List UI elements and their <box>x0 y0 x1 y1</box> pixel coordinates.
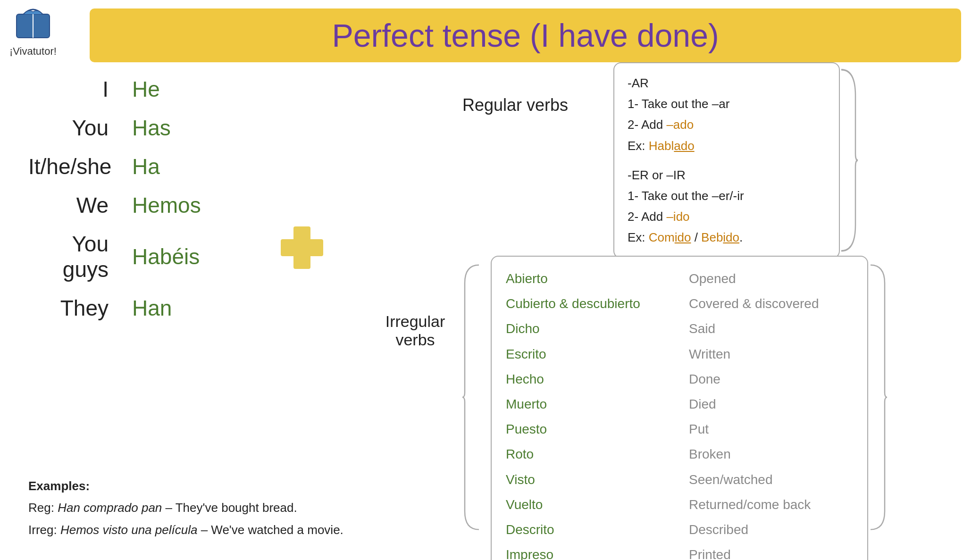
ar-step1: 1- Take out the –ar <box>628 93 826 114</box>
er-heading: -ER or –IR <box>628 165 826 185</box>
irregular-spanish-column: Abierto Cubierto & descubierto Dicho Esc… <box>506 266 670 560</box>
list-item: Said <box>689 316 853 341</box>
regular-verbs-box: -AR 1- Take out the –ar 2- Add –ado Ex: … <box>613 62 840 259</box>
pronoun-We: We <box>28 192 132 218</box>
verb-Han: Han <box>132 295 172 321</box>
ar-heading: -AR <box>628 73 826 93</box>
ar-step2: 2- Add –ado <box>628 114 826 135</box>
table-row: We Hemos <box>28 192 274 218</box>
list-item: Muerto <box>506 392 670 417</box>
list-item: Opened <box>689 266 853 291</box>
list-item: Broken <box>689 442 853 467</box>
pronoun-It-he-she: It/he/she <box>28 154 132 179</box>
list-item: Seen/watched <box>689 467 853 492</box>
plus-symbol <box>281 226 323 269</box>
list-item: Written <box>689 342 853 367</box>
er-step2: 2- Add –ido <box>628 206 826 227</box>
examples-section: Examples: Reg: Han comprado pan – They'v… <box>28 475 343 541</box>
list-item: Impreso <box>506 542 670 560</box>
table-row: I He <box>28 76 274 102</box>
examples-heading: Examples: <box>28 475 343 497</box>
list-item: Cubierto & descubierto <box>506 291 670 316</box>
main-content: I He You Has It/he/she Ha We Hemos You g… <box>0 76 980 501</box>
irregular-verbs-label: Irregularverbs <box>368 256 462 349</box>
list-item: Described <box>689 517 853 542</box>
verb-He: He <box>132 76 160 102</box>
regular-brace-icon <box>839 63 858 258</box>
list-item: Abierto <box>506 266 670 291</box>
irregular-brace-right-icon <box>868 260 887 534</box>
verb-Ha: Ha <box>132 154 160 179</box>
pronoun-I: I <box>28 76 132 102</box>
irregular-section: Irregularverbs Abierto Cubierto & descub… <box>368 256 980 560</box>
conjugation-section: I He You Has It/he/she Ha We Hemos You g… <box>28 76 274 501</box>
list-item: Roto <box>506 442 670 467</box>
vivatutor-logo-icon <box>12 5 54 42</box>
header-banner: Perfect tense (I have done) <box>90 8 961 62</box>
list-item: Vuelto <box>506 492 670 517</box>
list-item: Printed <box>689 542 853 560</box>
list-item: Died <box>689 392 853 417</box>
page-title: Perfect tense (I have done) <box>109 17 942 54</box>
regular-verbs-label: Regular verbs <box>462 95 568 115</box>
regular-example: Reg: Han comprado pan – They've bought b… <box>28 497 343 519</box>
ar-example: Ex: Hablado <box>628 135 826 156</box>
table-row: You Has <box>28 115 274 141</box>
list-item: Puesto <box>506 417 670 442</box>
irregular-brace-left-icon <box>462 260 481 534</box>
list-item: Visto <box>506 467 670 492</box>
pronoun-They: They <box>28 295 132 321</box>
table-row: They Han <box>28 295 274 321</box>
list-item: Done <box>689 367 853 392</box>
list-item: Escrito <box>506 342 670 367</box>
table-row: It/he/she Ha <box>28 154 274 179</box>
verb-Has: Has <box>132 115 171 141</box>
list-item: Covered & discovered <box>689 291 853 316</box>
irregular-example: Irreg: Hemos visto una película – We've … <box>28 519 343 541</box>
list-item: Dicho <box>506 316 670 341</box>
pronoun-You-guys: You guys <box>28 231 132 282</box>
er-example: Ex: Comido / Bebido. <box>628 227 826 248</box>
irregular-english-column: Opened Covered & discovered Said Written… <box>689 266 853 560</box>
table-row: You guys Habéis <box>28 231 274 282</box>
er-step1: 1- Take out the –er/-ir <box>628 185 826 206</box>
list-item: Descrito <box>506 517 670 542</box>
right-section: Regular verbs -AR 1- Take out the –ar 2-… <box>368 76 980 501</box>
irregular-verbs-box: Abierto Cubierto & descubierto Dicho Esc… <box>491 256 868 560</box>
pronoun-You: You <box>28 115 132 141</box>
logo-text: ¡Vivatutor! <box>9 45 57 58</box>
verb-Hemos: Hemos <box>132 192 201 218</box>
list-item: Put <box>689 417 853 442</box>
logo-area: ¡Vivatutor! <box>9 5 57 58</box>
verb-Habeis: Habéis <box>132 244 200 269</box>
list-item: Hecho <box>506 367 670 392</box>
list-item: Returned/come back <box>689 492 853 517</box>
